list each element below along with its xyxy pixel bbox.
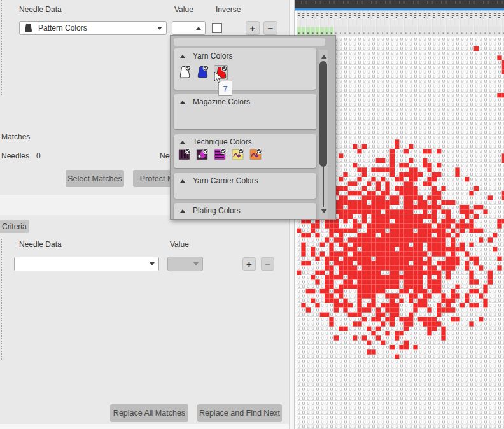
needle-data-combo[interactable]: Pattern Colors xyxy=(19,21,167,35)
section-label: Yarn Colors xyxy=(193,52,232,60)
replace-and-find-next-button[interactable]: Replace and Find Next xyxy=(197,404,282,422)
collapse-arrow-icon xyxy=(180,179,185,183)
chevron-up-icon xyxy=(196,27,201,30)
collapse-arrow-icon xyxy=(180,209,185,213)
technique-color-1-swatch[interactable] xyxy=(178,148,191,161)
yarn-colors-header[interactable]: Yarn Colors xyxy=(174,48,316,60)
value-dropdown-popup: Yarn Colors Magazine Colors Technique Co… xyxy=(170,35,336,220)
needles-count: 0 xyxy=(36,151,41,160)
technique-color-5-swatch[interactable] xyxy=(249,148,262,161)
collapse-arrow-icon xyxy=(180,101,185,104)
value-label: Value xyxy=(174,5,193,14)
replace-all-matches-button[interactable]: Replace All Matches xyxy=(110,404,188,422)
section-label: Plating Colors xyxy=(193,206,241,215)
find-replace-window: Needle Data Value Inverse Pattern Colors… xyxy=(0,0,504,429)
panel-bottom-edge xyxy=(0,424,290,429)
tooltip-value: 7 xyxy=(223,84,227,94)
technique-tile-row xyxy=(178,148,262,161)
replace-needle-data-label: Needle Data xyxy=(19,240,62,249)
magazine-colors-header[interactable]: Magazine Colors xyxy=(174,94,316,106)
chevron-down-icon xyxy=(157,27,162,30)
needle-data-label: Needle Data xyxy=(19,5,62,14)
scroll-down-icon[interactable] xyxy=(321,209,327,213)
value-combo[interactable] xyxy=(172,21,206,35)
technique-colors-section: Technique Colors xyxy=(174,134,316,168)
inverse-checkbox[interactable] xyxy=(212,23,222,33)
replace-add-button[interactable]: + xyxy=(242,257,256,271)
replace-needle-data-combo[interactable] xyxy=(14,257,159,271)
collapse-arrow-icon xyxy=(180,141,185,144)
remove-criterion-button[interactable]: − xyxy=(263,21,277,35)
splitter-dots-top[interactable] xyxy=(1,0,2,95)
technique-colors-header[interactable]: Technique Colors xyxy=(174,134,316,146)
select-matches-button[interactable]: Select Matches xyxy=(66,170,124,187)
yarn-carrier-colors-section: Yarn Carrier Colors xyxy=(174,173,316,199)
chevron-down-icon xyxy=(150,262,155,265)
yarn-color-blue-swatch[interactable] xyxy=(196,65,210,80)
magazine-colors-section: Magazine Colors xyxy=(174,94,316,129)
add-criterion-button[interactable]: + xyxy=(246,21,260,35)
technique-color-3-swatch[interactable] xyxy=(214,148,227,161)
collapse-arrow-icon xyxy=(180,55,185,58)
chevron-down-icon xyxy=(193,262,199,265)
replace-remove-button[interactable]: − xyxy=(261,257,274,271)
plating-colors-header[interactable]: Plating Colors xyxy=(174,203,316,215)
plating-colors-section: Plating Colors xyxy=(174,203,316,220)
scroll-up-icon[interactable] xyxy=(321,55,327,59)
yarn-colors-section: Yarn Colors xyxy=(174,48,316,90)
splitter-dots-bottom[interactable] xyxy=(1,239,2,360)
needle-data-combo-value: Pattern Colors xyxy=(38,24,87,32)
replace-value-combo[interactable] xyxy=(167,257,203,271)
criteria-tab[interactable]: Criteria xyxy=(0,220,29,233)
needles-label: Needles xyxy=(1,151,29,160)
matches-header: Matches xyxy=(1,132,30,141)
technique-color-2-swatch[interactable] xyxy=(196,148,209,161)
popup-top-strip xyxy=(174,38,325,46)
replace-value-label: Value xyxy=(170,240,189,249)
popup-scrollbar-thumb[interactable] xyxy=(319,61,327,167)
mouse-cursor-icon xyxy=(214,71,223,87)
section-label: Technique Colors xyxy=(193,137,252,146)
section-label: Magazine Colors xyxy=(193,97,250,106)
inverse-label: Inverse xyxy=(216,5,241,14)
section-label: Yarn Carrier Colors xyxy=(193,176,258,185)
yarn-carrier-colors-header[interactable]: Yarn Carrier Colors xyxy=(174,173,316,185)
technique-color-4-swatch[interactable] xyxy=(232,148,244,161)
yarn-color-white-swatch[interactable] xyxy=(178,65,192,80)
yarn-cone-icon xyxy=(24,23,33,33)
popup-scrollbar-line xyxy=(323,165,324,207)
